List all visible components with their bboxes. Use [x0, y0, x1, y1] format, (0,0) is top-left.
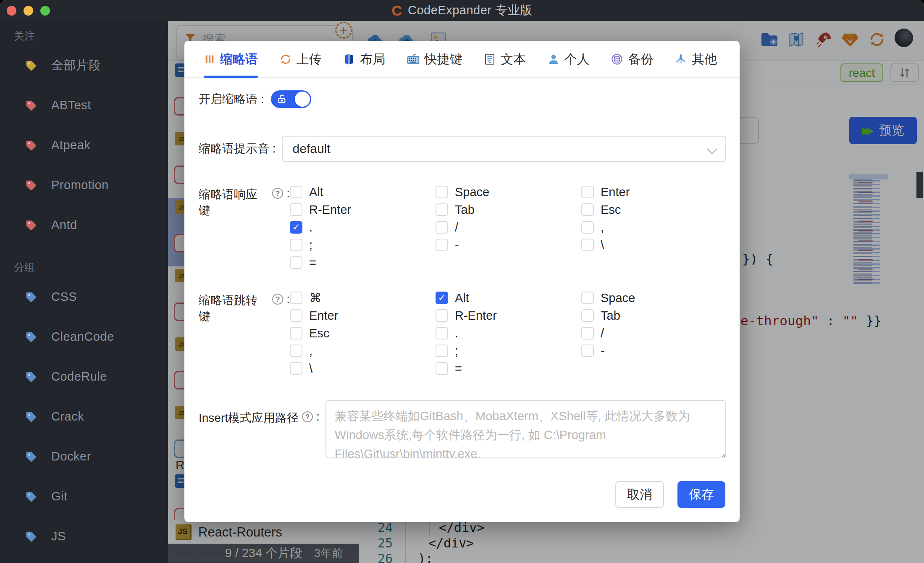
help-icon[interactable]: ? [272, 188, 283, 199]
checkbox[interactable] [581, 327, 594, 339]
insert-path-textarea[interactable] [326, 400, 726, 458]
checkbox[interactable] [290, 292, 302, 304]
checkbox[interactable] [436, 239, 448, 251]
checkbox[interactable] [436, 345, 448, 357]
sidebar-item-atpeak[interactable]: Atpeak [0, 125, 168, 165]
checkbox-option[interactable]: = [290, 256, 436, 269]
checkbox[interactable] [290, 186, 302, 198]
checkbox-option[interactable]: Space [581, 292, 727, 304]
checkbox-label: Space [601, 291, 635, 305]
tab-label: 个人 [564, 51, 590, 68]
checkbox-option[interactable]: Tab [581, 309, 727, 322]
checkbox-option[interactable]: , [290, 345, 436, 357]
checkbox-option[interactable]: \ [581, 239, 727, 251]
checkbox-option[interactable]: ; [436, 345, 581, 357]
checkbox-option[interactable]: ⌘ [290, 292, 436, 304]
checkbox[interactable] [581, 186, 594, 198]
abbreviation-toggle[interactable] [271, 90, 311, 108]
checkbox[interactable] [290, 309, 302, 322]
tab-bar: 缩略语上传布局快捷键文本个人备份其他 [204, 50, 717, 68]
cancel-button[interactable]: 取消 [615, 481, 664, 508]
checkbox-option[interactable]: Space [436, 186, 581, 198]
checkbox[interactable] [290, 256, 302, 269]
checkbox-option[interactable]: ; [290, 239, 436, 251]
sidebar-item-git[interactable]: Git [0, 476, 168, 516]
enable-abbreviation-row: 开启缩略语 : [199, 90, 311, 108]
checkbox[interactable] [436, 309, 448, 322]
sidebar-item-全部片段[interactable]: 全部片段 [0, 45, 168, 85]
checkbox-option[interactable]: Enter [581, 186, 727, 198]
tag-icon [24, 410, 38, 424]
sidebar-item-docker[interactable]: Docker [0, 437, 168, 476]
checkbox-option[interactable]: / [436, 221, 581, 234]
checkbox[interactable] [290, 239, 302, 251]
checkbox-option[interactable]: Alt [290, 186, 436, 198]
checkbox[interactable] [290, 345, 302, 357]
checkbox[interactable] [290, 327, 302, 339]
help-icon[interactable]: ? [302, 411, 313, 422]
checkbox[interactable] [436, 362, 448, 375]
sound-select[interactable]: default [282, 136, 726, 162]
sidebar-item-css[interactable]: CSS [0, 277, 168, 317]
checkbox[interactable] [436, 221, 448, 234]
tab-bars[interactable]: 缩略语 [204, 50, 258, 68]
tab-label: 布局 [360, 51, 385, 68]
checkbox-option[interactable]: - [436, 239, 581, 251]
checkbox-label: Tab [601, 309, 620, 323]
checkbox-option[interactable]: - [581, 345, 727, 357]
maximize-button[interactable] [40, 6, 50, 16]
close-button[interactable] [7, 6, 16, 16]
checkbox-option[interactable]: ✓. [290, 221, 436, 234]
tab-plane[interactable]: 其他 [675, 50, 717, 68]
checkbox-label: Enter [309, 309, 338, 323]
tab-text-doc[interactable]: 文本 [483, 50, 526, 68]
sidebar-item-coderule[interactable]: CodeRule [0, 357, 168, 397]
tab-layout[interactable]: 布局 [343, 50, 385, 68]
checkbox-option[interactable]: = [436, 362, 581, 375]
checkbox-option[interactable]: , [581, 221, 727, 234]
checkbox[interactable] [436, 186, 448, 198]
checkbox[interactable] [436, 327, 448, 339]
checkbox-checked[interactable]: ✓ [436, 292, 448, 304]
save-button[interactable]: 保存 [677, 481, 725, 508]
bars-icon [204, 53, 215, 65]
tab-backup-db[interactable]: 备份 [611, 50, 653, 68]
response-grid: AltR-Enter✓.;=SpaceTab/-EnterEsc,\ [290, 186, 727, 274]
checkbox[interactable] [581, 292, 594, 304]
checkbox[interactable] [581, 309, 594, 322]
checkbox-label: ; [455, 344, 458, 358]
checkbox[interactable] [290, 203, 302, 216]
checkbox-option[interactable]: R-Enter [436, 309, 581, 322]
sidebar-item-abtest[interactable]: ABTest [0, 85, 168, 125]
sidebar-sections: 关注全部片段ABTestAtpeakPromotionAntd分组CSSClea… [0, 29, 168, 556]
checkbox[interactable] [581, 221, 594, 234]
checkbox-option[interactable]: Tab [436, 203, 581, 216]
checkbox[interactable] [581, 203, 594, 216]
sidebar-item-cleancode[interactable]: CleanCode [0, 317, 168, 357]
help-icon[interactable]: ? [272, 294, 283, 305]
sidebar-item-promotion[interactable]: Promotion [0, 165, 168, 205]
chevron-down-icon [706, 143, 718, 155]
checkbox[interactable] [581, 239, 594, 251]
checkbox-option[interactable]: Enter [290, 309, 436, 322]
checkbox[interactable] [581, 345, 594, 357]
checkbox-option[interactable]: Esc [581, 203, 727, 216]
sidebar-item-crack[interactable]: Crack [0, 397, 168, 437]
checkbox-option[interactable]: \ [290, 362, 436, 375]
tab-keyboard[interactable]: 快捷键 [407, 50, 462, 68]
tab-sync[interactable]: 上传 [279, 50, 322, 68]
checkbox-checked[interactable]: ✓ [290, 221, 302, 234]
checkbox-option[interactable]: . [436, 327, 581, 339]
checkbox-option[interactable]: / [581, 327, 727, 339]
checkbox[interactable] [290, 362, 302, 375]
checkbox-option[interactable]: Esc [290, 327, 436, 339]
checkbox[interactable] [436, 203, 448, 216]
tag-icon [24, 139, 38, 152]
checkbox-label: Enter [601, 185, 630, 199]
sidebar-item-antd[interactable]: Antd [0, 205, 168, 245]
tab-person[interactable]: 个人 [547, 50, 590, 68]
checkbox-option[interactable]: ✓Alt [436, 292, 581, 304]
sidebar-item-js[interactable]: JS [0, 516, 168, 556]
minimize-button[interactable] [24, 6, 33, 16]
checkbox-option[interactable]: R-Enter [290, 203, 436, 216]
